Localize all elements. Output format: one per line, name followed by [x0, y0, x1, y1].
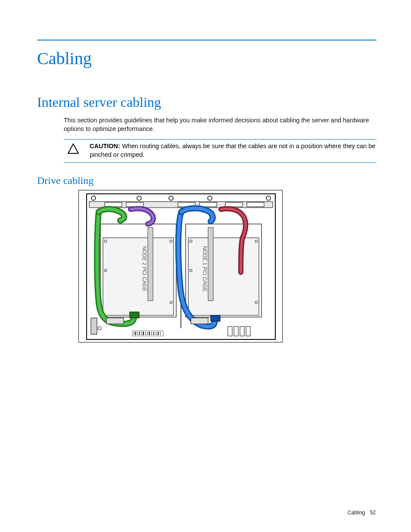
page-footer: Cabling 52 — [348, 510, 376, 516]
svg-rect-11 — [225, 202, 243, 207]
diagram-label-node-1: NODE 1 PCI CAGE — [202, 246, 208, 292]
subsection-heading-drive-cabling: Drive cabling — [37, 175, 377, 187]
svg-rect-51 — [106, 318, 124, 324]
diagram-svg: NODE 2 PCI CAGE NODE 1 PCI CAGE — [79, 190, 283, 343]
caution-label: CAUTION: — [90, 143, 120, 149]
svg-point-17 — [104, 269, 107, 272]
svg-rect-26 — [148, 227, 153, 301]
drive-cabling-diagram: NODE 2 PCI CAGE NODE 1 PCI CAGE — [78, 190, 283, 342]
svg-point-16 — [104, 240, 107, 243]
svg-point-25 — [255, 301, 258, 304]
top-horizontal-rule — [37, 40, 377, 40]
caution-callout: CAUTION: When routing cables, always be … — [64, 139, 377, 163]
svg-point-22 — [190, 240, 192, 243]
footer-page-number: 52 — [370, 510, 376, 516]
intro-paragraph: This section provides guidelines that he… — [64, 116, 377, 133]
svg-rect-27 — [208, 227, 213, 301]
barcode-icon — [132, 331, 163, 336]
diagram-label-node-2: NODE 2 PCI CAGE — [141, 246, 147, 292]
svg-point-19 — [170, 301, 172, 304]
svg-rect-47 — [228, 327, 232, 336]
svg-rect-12 — [247, 202, 264, 207]
svg-rect-30 — [91, 318, 97, 334]
svg-point-23 — [190, 269, 192, 272]
svg-rect-50 — [246, 327, 250, 336]
section-heading-internal-server-cabling: Internal server cabling — [37, 94, 377, 110]
svg-rect-21 — [188, 238, 259, 315]
page-title: Cabling — [37, 48, 377, 68]
footer-section-name: Cabling — [348, 510, 365, 516]
caution-triangle-icon — [67, 143, 79, 154]
caution-text: CAUTION: When routing cables, always be … — [90, 142, 377, 159]
svg-rect-48 — [234, 327, 238, 336]
caution-body: When routing cables, always be sure that… — [90, 143, 375, 158]
svg-point-18 — [170, 240, 172, 243]
svg-point-24 — [255, 240, 258, 243]
svg-rect-28 — [130, 312, 139, 318]
svg-rect-29 — [211, 315, 220, 321]
svg-rect-15 — [103, 238, 174, 315]
svg-point-31 — [98, 327, 101, 330]
svg-rect-52 — [191, 318, 208, 324]
svg-rect-49 — [240, 327, 244, 336]
